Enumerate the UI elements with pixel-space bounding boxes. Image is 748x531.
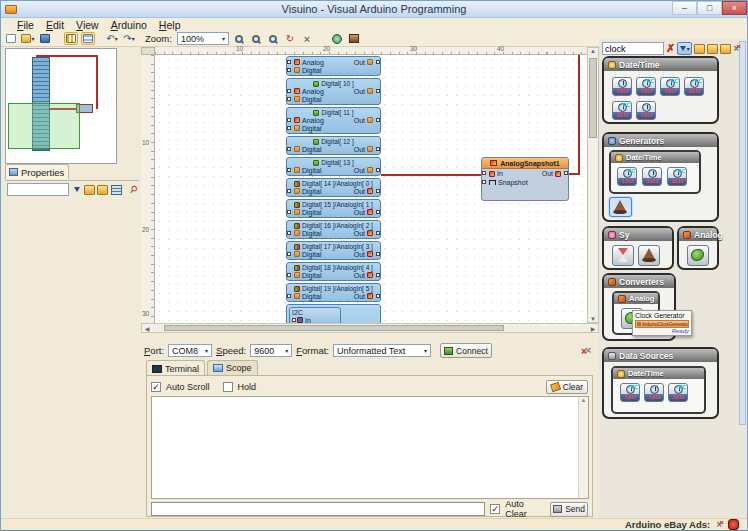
pin-connector[interactable] (376, 294, 380, 298)
pin-block[interactable]: AnalogOut Digital (286, 56, 381, 76)
overview-minimap[interactable] (5, 48, 117, 164)
pin-block-digital11[interactable]: Digital[ 11 ] AnalogOut Digital (286, 107, 381, 134)
zoom-reset-button[interactable] (266, 32, 280, 45)
pin-block-digital18[interactable]: Digital[ 18 ]/AnalogIn[ 4 ] DigitalOut (286, 262, 381, 281)
filter-view-button[interactable]: ▾ (677, 42, 692, 55)
pin-connector[interactable] (376, 89, 380, 93)
folder-view-button[interactable] (720, 44, 731, 54)
category-panel-generators[interactable]: Generators Date/Time RC1307 1302 RC3231 … (602, 132, 719, 222)
component-search-input[interactable] (602, 42, 664, 55)
clear-search-button[interactable]: ✗ (666, 43, 675, 54)
category-panel-analog-generators[interactable]: Analog (677, 226, 719, 270)
bus-container[interactable]: I2C In SPI In (286, 304, 381, 323)
refresh-button[interactable]: ↻ (283, 32, 297, 45)
scroll-down-icon[interactable]: ▼ (590, 316, 596, 322)
component-rtc-1302[interactable]: 1302 (636, 101, 656, 120)
toolbox-scrollbar[interactable] (739, 41, 746, 425)
category-panel-data-sources[interactable]: Data Sources Date/Time RC1307 1302 RC323… (602, 347, 719, 419)
pin-block-digital14[interactable]: Digital[ 14 ]/AnalogIn[ 0 ] DigitalOut (286, 178, 381, 197)
zoom-select[interactable]: 100%▾ (177, 32, 229, 45)
tab-properties[interactable]: Properties (5, 164, 69, 179)
zoom-out-button[interactable] (249, 32, 263, 45)
analog-snapshot-component[interactable]: AnalogSnapshot1 InOut Snapshot (481, 157, 569, 201)
pin-block-digital19[interactable]: Digital[ 19 ]/AnalogIn[ 5 ] DigitalOut (286, 283, 381, 302)
scrollbar-thumb[interactable] (589, 58, 597, 138)
design-canvas[interactable]: AnalogOut Digital Digital[ 10 ] AnalogOu… (155, 55, 587, 323)
pin-connector[interactable] (287, 294, 291, 298)
pin-connector[interactable] (287, 147, 291, 151)
minimap-viewport[interactable] (8, 103, 80, 149)
disconnect-tools-button[interactable]: ×× (579, 344, 595, 357)
component-rtc-1307[interactable]: RC1307 (636, 77, 656, 96)
wire-snapshot-out-vertical[interactable] (578, 55, 580, 175)
menu-help[interactable]: Help (153, 19, 187, 31)
pin-connector[interactable] (287, 118, 291, 122)
open-button[interactable]: ▾ (21, 32, 35, 45)
toolbox-settings-button[interactable]: × (733, 43, 739, 54)
hold-checkbox[interactable] (223, 382, 233, 392)
pin-connector[interactable] (287, 97, 291, 101)
component-rtc-1307[interactable]: RC1307 (620, 383, 640, 402)
wire-digital14-to-snapshot[interactable] (381, 174, 481, 176)
speed-select[interactable]: 9600▾ (250, 344, 292, 357)
pin-connector[interactable] (376, 168, 380, 172)
pin-block-digital15[interactable]: Digital[ 15 ]/AnalogIn[ 1 ] DigitalOut (286, 199, 381, 218)
port-select[interactable]: COM8▾ (168, 344, 212, 357)
properties-filter-input[interactable] (7, 183, 69, 196)
menu-file[interactable]: File (11, 19, 40, 31)
web-button[interactable] (330, 32, 344, 45)
package-button[interactable] (347, 32, 361, 45)
component-clock-generator[interactable] (638, 245, 660, 266)
pin-connector[interactable] (376, 252, 380, 256)
new-project-button[interactable] (4, 32, 18, 45)
pin-connector[interactable] (482, 171, 486, 175)
terminal-output[interactable]: ▲ (151, 396, 589, 499)
auto-clear-checkbox[interactable] (490, 504, 500, 514)
component-analog-generator[interactable] (687, 245, 709, 266)
redo-button[interactable]: ↷▾ (122, 32, 136, 45)
pin-connector[interactable] (287, 210, 291, 214)
undo-button[interactable]: ↶▾ (105, 32, 119, 45)
component-rtc-1302[interactable]: 1302 (644, 383, 664, 402)
pin-connector[interactable] (376, 60, 380, 64)
pin-connector[interactable] (376, 118, 380, 122)
pin-block-digital16[interactable]: Digital[ 16 ]/AnalogIn[ 2 ] DigitalOut (286, 220, 381, 239)
menu-arduino[interactable]: Arduino (105, 19, 153, 31)
scroll-right-icon[interactable]: ▶ (588, 325, 598, 332)
pin-connector[interactable] (376, 273, 380, 277)
component-clock-generator-selected[interactable] (609, 197, 632, 217)
pin-connector[interactable] (287, 189, 291, 193)
expand-categories-button[interactable] (694, 44, 705, 54)
category-panel-datetime[interactable]: Date/Time 1302 RC1307 RC1307 RC3231 RC32… (602, 56, 719, 124)
component-rtc-3231[interactable]: RC3231 (684, 77, 704, 96)
auto-scroll-checkbox[interactable] (151, 382, 161, 392)
expand-all-button[interactable] (84, 184, 95, 196)
scrollbar-thumb[interactable] (164, 325, 504, 331)
pin-block-digital12[interactable]: Digital[ 12 ] DigitalOut (286, 136, 381, 155)
ads-settings-button[interactable]: × (716, 519, 722, 530)
connect-button[interactable]: Connect (440, 343, 492, 358)
collapse-categories-button[interactable] (707, 44, 718, 54)
pin-connector[interactable] (376, 147, 380, 151)
send-input[interactable] (151, 502, 485, 516)
scroll-left-icon[interactable]: ◀ (142, 325, 152, 332)
save-button[interactable] (38, 32, 52, 45)
component-rtc-3231[interactable]: RC3231 (668, 383, 688, 402)
pin-block-digital10[interactable]: Digital[ 10 ] AnalogOut Digital (286, 78, 381, 105)
component-timer[interactable] (612, 245, 634, 266)
category-panel-sync[interactable]: Sy (602, 226, 674, 270)
pin-connector[interactable] (376, 189, 380, 193)
pin-connector[interactable] (292, 318, 296, 322)
menu-view[interactable]: View (70, 19, 105, 31)
filter-button[interactable] (71, 184, 82, 196)
pin-connector[interactable] (564, 171, 568, 175)
pin-connector[interactable] (376, 231, 380, 235)
toggle-toolbox-button[interactable] (64, 32, 78, 45)
zoom-in-button[interactable] (232, 32, 246, 45)
subcategory-datetime-sources[interactable]: Date/Time RC1307 1302 RC3231 (611, 366, 706, 414)
tab-scope[interactable]: Scope (207, 360, 258, 375)
pin-connector[interactable] (287, 231, 291, 235)
subcategory-datetime[interactable]: Date/Time RC1307 1302 RC3231 (609, 150, 701, 194)
send-button[interactable]: Send (550, 502, 588, 517)
pin-block-digital13[interactable]: Digital[ 13 ] DigitalOut (286, 157, 381, 176)
